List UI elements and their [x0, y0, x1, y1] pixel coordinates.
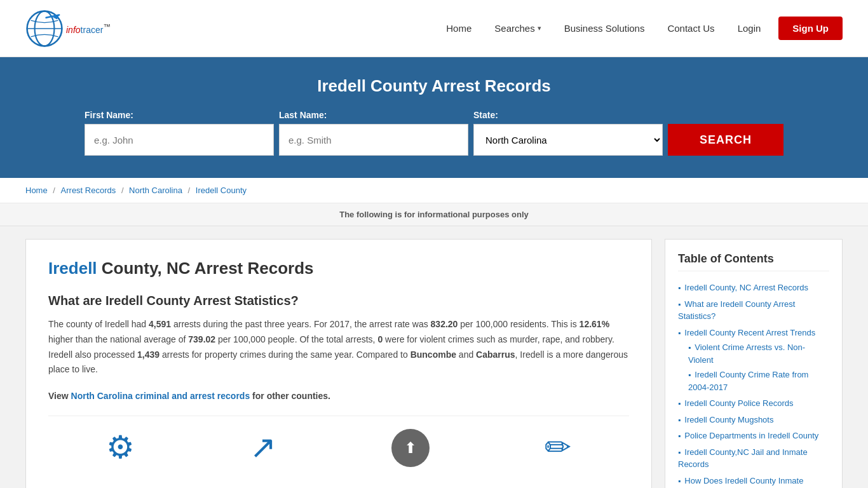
- last-name-group: Last Name:: [279, 110, 468, 156]
- icon-item-handcuffs: ⚙: [106, 429, 135, 467]
- toc-item: Police Departments in Iredell County: [678, 430, 829, 442]
- toc-list: Iredell County, NC Arrest RecordsWhat ar…: [678, 281, 829, 487]
- handcuffs-icon: ⚙: [106, 429, 135, 466]
- navbar: infotracer™ Home Searches ▾ Business Sol…: [0, 0, 868, 57]
- toc-link[interactable]: Iredell County Recent Arrest Trends: [684, 328, 815, 337]
- nc-records-link[interactable]: North Carolina criminal and arrest recor…: [71, 391, 250, 401]
- p1-buncombe: Buncombe: [410, 349, 456, 360]
- logo-info-text: info: [66, 24, 81, 34]
- nav-searches-label: Searches: [494, 23, 534, 34]
- p1-text-b: arrests during the past three years. For…: [171, 319, 431, 329]
- login-button[interactable]: Login: [733, 19, 766, 37]
- breadcrumb-home[interactable]: Home: [25, 186, 48, 195]
- p1-text-g: arrests for property crimes during the s…: [159, 349, 410, 360]
- state-select[interactable]: AlabamaAlaskaArizonaArkansasCaliforniaCo…: [473, 124, 663, 156]
- toc-sub-link[interactable]: Violent Crime Arrests vs. Non-Violent: [688, 342, 805, 365]
- breadcrumb-sep2: /: [121, 186, 126, 195]
- breadcrumb-iredell-county[interactable]: Iredell County: [196, 186, 247, 195]
- last-name-input[interactable]: [279, 124, 468, 156]
- toc-link[interactable]: Police Departments in Iredell County: [684, 431, 818, 440]
- p2-text-b: for other counties.: [250, 391, 330, 401]
- search-form: First Name: Last Name: State: AlabamaAla…: [85, 110, 783, 156]
- pen-icon: ✏: [545, 429, 571, 466]
- p2-text-a: View: [48, 391, 71, 401]
- p1-text-e: per 100,000 people. Of the total arrests…: [215, 334, 377, 344]
- toc-link[interactable]: Iredell County Mugshots: [684, 415, 773, 424]
- breadcrumb-arrest-records[interactable]: Arrest Records: [61, 186, 116, 195]
- toc-link[interactable]: What are Iredell County Arrest Statistic…: [678, 299, 795, 322]
- hero-band: Iredell County Arrest Records First Name…: [0, 57, 868, 178]
- chevron-down-icon: ▾: [538, 24, 541, 32]
- scroll-icon: ⬆: [391, 429, 430, 467]
- info-notice: The following is for informational purpo…: [0, 203, 868, 226]
- breadcrumb: Home / Arrest Records / North Carolina /…: [0, 178, 868, 203]
- article-title-highlight: Iredell: [48, 259, 97, 278]
- last-name-label: Last Name:: [279, 110, 468, 120]
- toc-item: How Does Iredell County Inmate: [678, 475, 829, 487]
- article: Iredell County, NC Arrest Records What a…: [25, 239, 652, 488]
- p1-prop: 1,439: [137, 349, 159, 360]
- p1-text-d: higher than the national average of: [48, 334, 188, 344]
- toc-sub-item: Violent Crime Arrests vs. Non-Violent: [688, 341, 829, 366]
- article-paragraph1: The county of Iredell had 4,591 arrests …: [48, 317, 629, 377]
- nav-business[interactable]: Business Solutions: [559, 19, 650, 37]
- toc-item: Iredell County, NC Arrest Records: [678, 281, 829, 294]
- toc-sub-link[interactable]: Iredell County Crime Rate from 2004-2017: [688, 370, 808, 392]
- toc-sub-item: Iredell County Crime Rate from 2004-2017: [688, 369, 829, 393]
- icon-item-arrow: ↗: [250, 429, 276, 467]
- toc-item: Iredell County,NC Jail and Inmate Record…: [678, 446, 829, 471]
- info-notice-text: The following is for informational purpo…: [339, 210, 529, 219]
- state-group: State: AlabamaAlaskaArizonaArkansasCalif…: [473, 110, 663, 156]
- p1-rate: 832.20: [431, 319, 458, 329]
- p1-arrests: 4,591: [149, 319, 171, 329]
- state-label: State:: [473, 110, 663, 120]
- first-name-group: First Name:: [85, 110, 274, 156]
- breadcrumb-north-carolina[interactable]: North Carolina: [129, 186, 182, 195]
- breadcrumb-sep1: /: [53, 186, 57, 195]
- toc-link[interactable]: Iredell County, NC Arrest Records: [684, 283, 808, 292]
- article-title: Iredell County, NC Arrest Records: [48, 259, 629, 278]
- icons-row: ⚙ ↗ ⬆ ✏: [48, 416, 629, 467]
- p1-text-h: and: [456, 349, 476, 360]
- nav-links: Home Searches ▾ Business Solutions Conta…: [441, 17, 843, 40]
- logo[interactable]: infotracer™: [25, 10, 111, 48]
- logo-tm: ™: [103, 22, 111, 30]
- main-content: Iredell County, NC Arrest Records What a…: [0, 226, 868, 488]
- p1-nat: 739.02: [188, 334, 215, 344]
- p1-pct: 12.61%: [580, 319, 609, 329]
- p1-text-a: The county of Iredell had: [48, 319, 149, 329]
- toc-link[interactable]: Iredell County Police Records: [684, 398, 793, 408]
- toc-item: Iredell County Recent Arrest TrendsViole…: [678, 327, 829, 394]
- p1-cabarrus: Cabarrus: [476, 349, 515, 360]
- article-paragraph2: View North Carolina criminal and arrest …: [48, 389, 629, 404]
- first-name-label: First Name:: [85, 110, 274, 120]
- hero-title: Iredell County Arrest Records: [317, 76, 550, 96]
- toc-link[interactable]: Iredell County,NC Jail and Inmate Record…: [678, 447, 808, 470]
- nav-contact[interactable]: Contact Us: [662, 19, 719, 37]
- toc-link[interactable]: How Does Iredell County Inmate: [684, 476, 803, 485]
- nav-searches[interactable]: Searches ▾: [489, 19, 546, 37]
- toc-heading: Table of Contents: [678, 252, 829, 271]
- article-section1-heading: What are Iredell County Arrest Statistic…: [48, 294, 629, 308]
- search-button[interactable]: SEARCH: [668, 124, 783, 156]
- toc-item: Iredell County Mugshots: [678, 414, 829, 426]
- signup-button[interactable]: Sign Up: [778, 17, 843, 40]
- logo-tracer-text: tracer: [81, 24, 104, 34]
- toc-item: Iredell County Police Records: [678, 397, 829, 410]
- toc: Table of Contents Iredell County, NC Arr…: [665, 239, 843, 488]
- icon-item-pen: ✏: [545, 429, 571, 467]
- icon-item-scroll: ⬆: [391, 429, 430, 467]
- first-name-input[interactable]: [85, 124, 274, 156]
- nav-home[interactable]: Home: [441, 19, 477, 37]
- toc-item: What are Iredell County Arrest Statistic…: [678, 298, 829, 323]
- p1-text-c: per 100,000 residents. This is: [458, 319, 579, 329]
- arrow-icon: ↗: [250, 429, 276, 466]
- article-title-rest: County, NC Arrest Records: [97, 259, 314, 278]
- breadcrumb-sep3: /: [188, 186, 193, 195]
